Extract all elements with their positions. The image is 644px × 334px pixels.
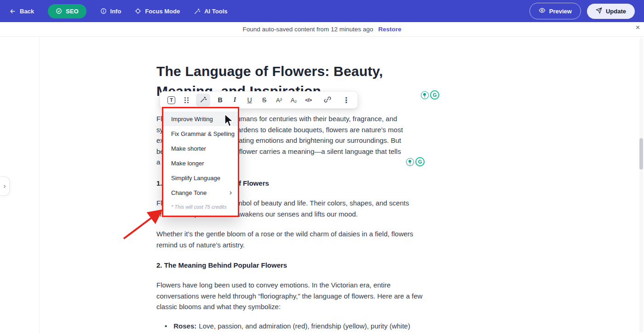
strikethrough-button[interactable]: S	[257, 94, 271, 106]
eye-icon	[539, 7, 546, 15]
credits-note: * This will cost 75 credits	[163, 200, 238, 214]
annotation-arrow	[118, 205, 168, 245]
topbar-right-group: Preview Update	[529, 3, 635, 19]
focus-crosshair-icon	[135, 8, 141, 14]
more-options-button[interactable]: ⋮	[339, 94, 353, 106]
topbar-left-group: Back SEO Info Focus Mode AI Tools	[9, 4, 228, 18]
superscript-button[interactable]: A²	[272, 94, 286, 106]
grammarly-badge-group: G	[406, 157, 425, 166]
bullet-text: Love, passion, and admiration (red), fri…	[199, 322, 410, 330]
bullet-roses: •Roses:Love, passion, and admiration (re…	[165, 322, 410, 330]
menu-item-make-shorter[interactable]: Make shorter	[163, 141, 238, 156]
autosave-bar: Found auto-saved content from 12 minutes…	[0, 22, 644, 37]
update-button[interactable]: Update	[587, 4, 635, 19]
magic-wand-icon	[200, 96, 207, 105]
seo-check-icon	[56, 8, 62, 14]
close-icon[interactable]: ×	[636, 24, 640, 31]
info-icon	[100, 8, 107, 14]
back-label: Back	[20, 8, 34, 15]
text-line: remind us of nature’s artistry.	[156, 240, 413, 251]
seo-button[interactable]: SEO	[48, 4, 86, 18]
link-icon	[324, 96, 331, 105]
grammarly-icon[interactable]: G	[415, 157, 425, 166]
bold-button[interactable]: B	[213, 94, 227, 106]
menu-item-label: Change Tone	[171, 189, 207, 196]
bullet-marker: •	[165, 322, 167, 330]
focus-mode-label: Focus Mode	[145, 8, 180, 15]
floating-text-toolbar: T B I U S A² A₂ </> ⋮	[160, 91, 358, 109]
menu-item-change-tone[interactable]: Change Tone ›	[163, 185, 238, 200]
info-label: Info	[110, 8, 121, 15]
ai-tools-button[interactable]: AI Tools	[194, 8, 227, 15]
section-heading-2: 2. The Meaning Behind Popular Flowers	[156, 261, 287, 269]
scrollbar-track[interactable]	[639, 38, 643, 333]
grammarly-icon[interactable]: G	[430, 90, 439, 100]
magic-wand-icon	[194, 8, 201, 15]
expand-sidebar-button[interactable]: ›	[0, 176, 10, 196]
send-icon	[596, 7, 602, 15]
text-line: conversations were held through “floriog…	[156, 291, 422, 302]
title-line: The Language of Flowers: Beauty,	[156, 61, 432, 81]
underline-button[interactable]: U	[242, 94, 257, 106]
autosave-message: Found auto-saved content from 12 minutes…	[243, 26, 374, 33]
topbar: Back SEO Info Focus Mode AI Tools	[0, 0, 644, 22]
bullet-term: Roses:	[173, 322, 196, 330]
italic-button[interactable]: I	[228, 94, 242, 106]
collapsed-sidebar-divider	[39, 37, 40, 334]
restore-link[interactable]: Restore	[378, 26, 401, 33]
menu-item-simplify-language[interactable]: Simplify Language	[163, 170, 238, 185]
menu-item-make-longer[interactable]: Make longer	[163, 156, 238, 170]
text-line: Whether it’s the gentle bloom of a rose …	[156, 229, 413, 240]
text-line: Flowers have long been used to convey em…	[156, 280, 422, 291]
grammarly-badge-group: G	[421, 90, 439, 100]
mouse-cursor-pointer	[224, 114, 235, 129]
grammarlygo-icon[interactable]	[406, 158, 414, 166]
ai-tools-label: AI Tools	[204, 8, 227, 15]
subscript-button[interactable]: A₂	[287, 94, 301, 106]
drag-handle[interactable]	[179, 94, 193, 106]
seo-label: SEO	[66, 8, 78, 15]
grammarlygo-icon[interactable]	[421, 91, 429, 99]
link-button[interactable]	[320, 94, 334, 106]
chevron-right-icon: ›	[230, 189, 232, 196]
drag-handle-icon	[184, 97, 186, 99]
text-style-button[interactable]: T	[164, 94, 178, 106]
preview-button[interactable]: Preview	[529, 3, 581, 19]
scrollbar-thumb[interactable]	[639, 138, 643, 170]
focus-mode-button[interactable]: Focus Mode	[135, 8, 180, 15]
text-style-icon: T	[167, 96, 175, 104]
info-button[interactable]: Info	[100, 8, 121, 15]
preview-label: Preview	[549, 8, 572, 15]
update-label: Update	[606, 8, 626, 15]
ai-wand-button[interactable]	[196, 94, 210, 106]
back-button[interactable]: Back	[9, 8, 34, 15]
text-line: classic blooms and what they symbolize:	[156, 301, 422, 312]
code-button[interactable]: </>	[301, 94, 316, 106]
paragraph-whether: Whether it’s the gentle bloom of a rose …	[156, 229, 413, 250]
paragraph-meaning: Flowers have long been used to convey em…	[156, 280, 422, 312]
back-arrow-icon	[9, 8, 16, 15]
